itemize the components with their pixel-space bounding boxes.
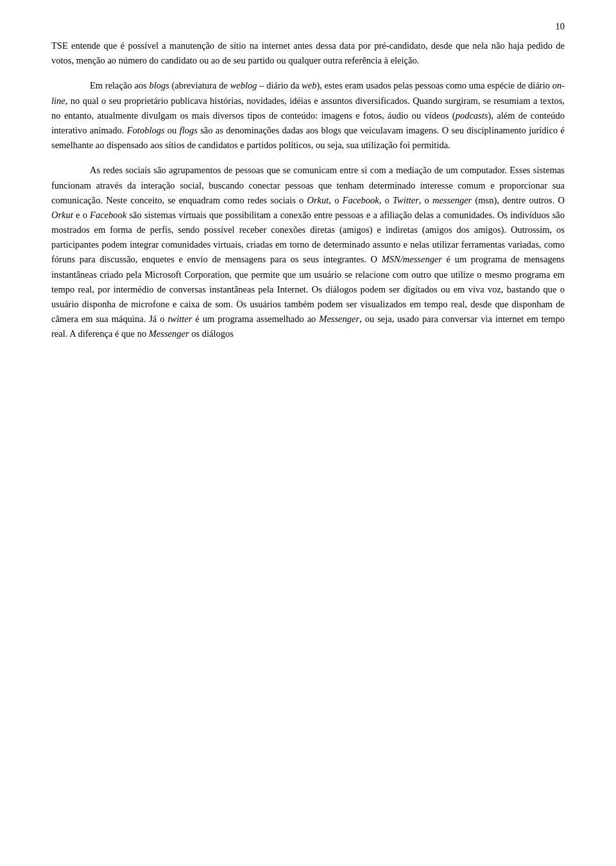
- page-number: 10: [556, 19, 565, 34]
- paragraph-1: TSE entende que é possível a manutenção …: [51, 38, 565, 68]
- page: 10 TSE entende que é possível a manutenç…: [0, 0, 616, 866]
- paragraph-2: Em relação aos blogs (abreviatura de web…: [51, 78, 565, 153]
- paragraph-2-text: Em relação aos blogs (abreviatura de web…: [51, 80, 565, 150]
- paragraph-1-text: TSE entende que é possível a manutenção …: [51, 40, 565, 65]
- paragraph-3-text: As redes sociais são agrupamentos de pes…: [51, 165, 565, 339]
- paragraph-3: As redes sociais são agrupamentos de pes…: [51, 163, 565, 341]
